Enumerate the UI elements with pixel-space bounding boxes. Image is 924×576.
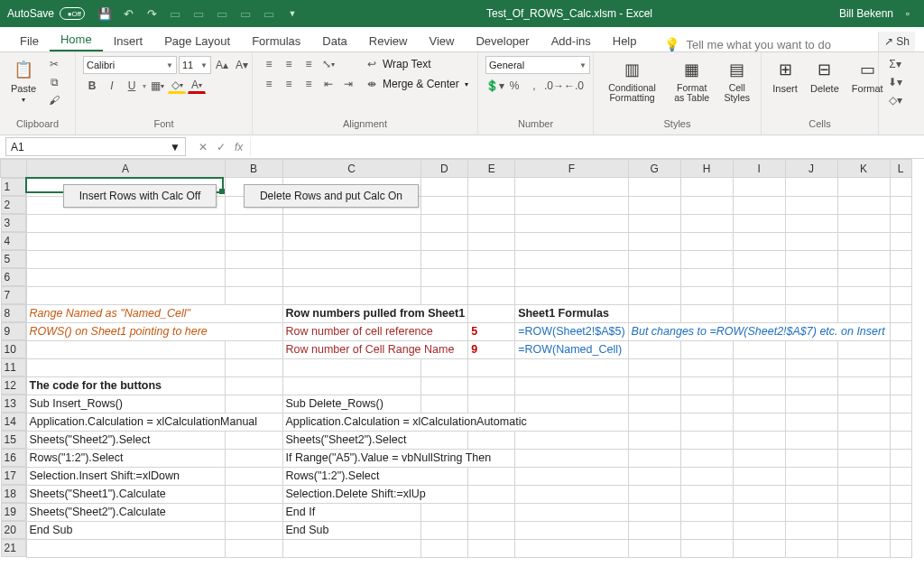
row-header[interactable]: 4	[1, 232, 26, 250]
share-button[interactable]: ↗ Sh	[878, 32, 915, 51]
row-header[interactable]: 19	[1, 503, 26, 521]
cell[interactable]: Sheets("Sheet2").Select	[26, 431, 225, 449]
toggle-off-icon[interactable]: ● Off	[60, 7, 85, 20]
qat-more-icon[interactable]: ▼	[285, 6, 300, 21]
cell[interactable]: But changes to =ROW(Sheet2!$A$7) etc. on…	[628, 322, 890, 340]
col-header[interactable]: F	[515, 160, 628, 178]
cell[interactable]: Range Named as "Named_Cell"	[26, 304, 282, 322]
cell[interactable]: The code for the buttons	[26, 376, 225, 395]
col-header[interactable]: A	[26, 160, 225, 178]
cell[interactable]: Selection.Insert Shift:=xlDown	[26, 467, 225, 485]
tab-developer[interactable]: Developer	[465, 29, 540, 51]
select-all-button[interactable]	[1, 160, 27, 178]
col-header[interactable]: J	[785, 160, 837, 178]
col-header[interactable]: G	[628, 160, 680, 178]
col-header[interactable]: C	[282, 160, 420, 178]
merge-center-button[interactable]: ⇼Merge & Center▾	[363, 76, 468, 92]
cell[interactable]: Sub Delete_Rows()	[282, 395, 420, 413]
col-header[interactable]: E	[468, 160, 515, 178]
row-header[interactable]: 6	[1, 268, 26, 286]
tab-file[interactable]: File	[9, 29, 50, 51]
cell[interactable]: If Range("A5").Value = vbNullString Then	[282, 449, 515, 467]
indent-increase-icon[interactable]: ⇥	[339, 76, 357, 92]
accounting-icon[interactable]: 💲▾	[485, 78, 504, 94]
format-painter-icon[interactable]: 🖌	[45, 92, 63, 108]
worksheet-grid[interactable]: A B C D E F G H I J K L 1 2 3 4 5 6 7 8 …	[0, 159, 924, 576]
tab-help[interactable]: Help	[602, 29, 648, 51]
delete-cells-button[interactable]: ⊟Delete	[807, 56, 843, 96]
insert-cells-button[interactable]: ⊞Insert	[769, 56, 801, 96]
cell[interactable]: Sheets("Sheet2").Calculate	[26, 503, 225, 521]
name-box[interactable]: A1▼	[5, 137, 186, 156]
row-header[interactable]: 16	[1, 449, 26, 467]
cell[interactable]: 9	[468, 340, 515, 358]
insert-rows-button[interactable]: Insert Rows with Calc Off	[63, 184, 217, 208]
cell[interactable]: =ROW(Sheet2!$A$5)	[515, 322, 628, 340]
tab-data[interactable]: Data	[311, 29, 357, 51]
row-header[interactable]: 3	[1, 214, 26, 232]
tab-formulas[interactable]: Formulas	[241, 29, 311, 51]
shrink-font-icon[interactable]: A▾	[233, 57, 251, 73]
qat-icon[interactable]: ▭	[191, 6, 206, 21]
chevron-down-icon[interactable]: ▼	[170, 141, 180, 153]
cell-styles-button[interactable]: ▤ Cell Styles	[720, 56, 753, 105]
col-header[interactable]: D	[420, 160, 467, 178]
cell[interactable]: End If	[282, 503, 420, 521]
row-header[interactable]: 8	[1, 304, 26, 322]
cell[interactable]: Application.Calculation = xlCalculationA…	[282, 413, 628, 431]
tell-me-search[interactable]: 💡 Tell me what you want to do	[664, 37, 878, 51]
row-header[interactable]: 15	[1, 431, 26, 449]
paste-button[interactable]: 📋 Paste ▾	[7, 56, 40, 106]
row-header[interactable]: 18	[1, 485, 26, 503]
cell[interactable]: End Sub	[282, 521, 420, 539]
fill-icon[interactable]: ⬇▾	[886, 74, 904, 90]
cell[interactable]: Row numbers pulled from Sheet1	[282, 304, 468, 322]
row-header[interactable]: 14	[1, 413, 26, 431]
save-icon[interactable]: 💾	[97, 6, 112, 21]
cell[interactable]: Row number of Cell Range Name	[282, 340, 468, 358]
row-header[interactable]: 17	[1, 467, 26, 485]
italic-button[interactable]: I	[103, 78, 121, 94]
underline-button[interactable]: U	[123, 78, 141, 94]
decrease-decimal-icon[interactable]: ←.0	[565, 78, 583, 94]
cell[interactable]: Row number of cell reference	[282, 322, 468, 340]
col-header[interactable]: H	[680, 160, 733, 178]
number-format-select[interactable]: General▼	[485, 56, 590, 74]
row-header[interactable]: 9	[1, 322, 26, 340]
col-header[interactable]: I	[733, 160, 785, 178]
comma-icon[interactable]: ,	[525, 78, 543, 94]
cell[interactable]: Sub Insert_Rows()	[26, 395, 225, 413]
cell[interactable]: Sheets("Sheet2").Select	[282, 431, 468, 449]
ribbon-options-icon[interactable]: ▫	[899, 7, 917, 20]
fill-color-icon[interactable]: ◇▾	[168, 78, 186, 94]
cell[interactable]: Sheet1 Formulas	[515, 304, 628, 322]
cell[interactable]: Rows("1:2").Select	[282, 467, 468, 485]
formula-input[interactable]	[250, 137, 924, 156]
row-header[interactable]: 10	[1, 340, 26, 358]
cell[interactable]: Sheets("Sheet1").Calculate	[26, 485, 225, 503]
clear-icon[interactable]: ◇▾	[886, 92, 904, 108]
col-header[interactable]: L	[890, 160, 911, 178]
font-color-icon[interactable]: A▾	[188, 78, 206, 94]
redo-icon[interactable]: ↷	[144, 6, 159, 21]
bold-button[interactable]: B	[83, 78, 101, 94]
tab-addins[interactable]: Add-ins	[541, 29, 602, 51]
fx-icon[interactable]: fx	[235, 141, 243, 153]
row-header[interactable]: 12	[1, 376, 26, 395]
align-top-icon[interactable]: ≡	[260, 56, 278, 72]
indent-decrease-icon[interactable]: ⇤	[319, 76, 337, 92]
undo-icon[interactable]: ↶	[121, 6, 135, 21]
align-left-icon[interactable]: ≡	[260, 76, 278, 92]
align-right-icon[interactable]: ≡	[300, 76, 318, 92]
autosum-icon[interactable]: Σ▾	[886, 56, 904, 72]
cut-icon[interactable]: ✂	[45, 56, 63, 72]
align-middle-icon[interactable]: ≡	[280, 56, 298, 72]
qat-icon[interactable]: ▭	[168, 6, 182, 21]
copy-icon[interactable]: ⧉	[45, 74, 63, 90]
font-size-select[interactable]: 11▼	[179, 56, 211, 74]
delete-rows-button[interactable]: Delete Rows and put Calc On	[244, 184, 419, 208]
percent-icon[interactable]: %	[505, 78, 523, 94]
grow-font-icon[interactable]: A▴	[213, 57, 231, 73]
autosave-toggle[interactable]: AutoSave ● Off	[7, 7, 85, 20]
row-header[interactable]: 5	[1, 250, 26, 268]
